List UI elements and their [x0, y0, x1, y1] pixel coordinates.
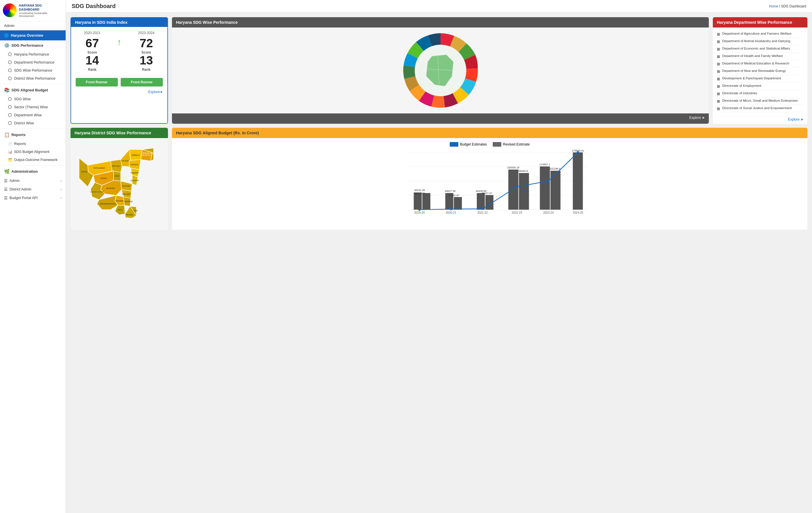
dept-list-item[interactable]: ▦Department of Medical Education & Resea… [717, 60, 804, 68]
sidebar-label-budget-align: SDG Budget Alignment [14, 150, 49, 154]
radio-dept-wise [8, 113, 12, 117]
svg-text:KARNAL: KARNAL [131, 163, 139, 165]
sidebar-item-sdg-wise[interactable]: SDG Wise [0, 95, 66, 103]
svg-rect-61 [454, 197, 462, 210]
svg-text:YAMUNA-NAGAR: YAMUNA-NAGAR [142, 152, 157, 154]
svg-text:MAHENDRAGARH: MAHENDRAGARH [100, 203, 116, 205]
svg-text:NUH: NUH [118, 209, 122, 211]
sidebar-item-dept-wise[interactable]: Department Wise [0, 111, 66, 119]
dept-list-item[interactable]: ▦Department of Agriculture and Farmers W… [717, 30, 804, 38]
svg-text:CHARKHI DADRI: CHARKHI DADRI [90, 191, 104, 193]
sidebar-item-district-wise-b[interactable]: District Wise [0, 119, 66, 127]
dept-item-icon: ▦ [717, 107, 720, 111]
radio-sdg-wise [8, 68, 12, 72]
sidebar-item-budget-portal[interactable]: ☰ Budget Portal API ‹ [0, 193, 66, 202]
svg-rect-70 [509, 170, 519, 210]
dept-item-label: Department of Animal Husbandry and Dairy… [722, 39, 790, 43]
breadcrumb-home[interactable]: Home [769, 4, 778, 8]
svg-text:2019-20: 2019-20 [414, 211, 425, 214]
dept-item-icon: ▦ [717, 77, 720, 81]
dept-list-item[interactable]: ▦Directorate of Industries [717, 90, 804, 97]
svg-text:KAITHAL: KAITHAL [112, 165, 120, 167]
logo-subtitle: Accelerating Sustainable Development [19, 12, 63, 18]
sidebar-item-sector-wise[interactable]: Sector (Theme) Wise [0, 103, 66, 111]
svg-rect-75 [540, 167, 550, 210]
dept-list-item[interactable]: ▦Department of Animal Husbandry and Dair… [717, 38, 804, 45]
sidebar-item-district-admin[interactable]: ☰ District Admin ‹ [0, 185, 66, 193]
svg-point-85 [482, 208, 484, 210]
sidebar-item-district-wise-performance[interactable]: District Wise Performance [0, 74, 66, 83]
dept-item-label: Directorate of Social Justice and Empowe… [722, 106, 792, 110]
dept-item-icon: ▦ [717, 92, 720, 96]
sdg-perf-icon: ⚙️ [4, 43, 10, 48]
radio-district-wise [8, 77, 12, 80]
svg-text:JHAJJAR: JHAJJAR [122, 193, 130, 195]
admin-label: Admin [0, 21, 66, 30]
dept-explore-text: Explore [788, 117, 800, 121]
sidebar-item-department-performance[interactable]: Department Performance [0, 58, 66, 66]
dept-item-icon: ▦ [717, 62, 720, 66]
dept-item-label: Directorate of Industries [722, 91, 757, 95]
sidebar-label-budget-portal: Budget Portal API [9, 196, 38, 200]
rank-2023: 13 [138, 54, 154, 66]
sdg-wise-card: Haryana SDG Wise Performance [172, 17, 709, 124]
front-runner-btn-2[interactable]: Front Runner [121, 78, 163, 87]
sidebar: HARYANA SDG DASHBOARD Accelerating Susta… [0, 0, 66, 513]
sidebar-item-sdg-wise-performance[interactable]: SDG Wise Performance [0, 66, 66, 74]
sdg-explore-link[interactable]: Explore ➤ [172, 114, 709, 122]
page-title: SDG Dashboard [71, 3, 116, 9]
sidebar-label-haryana-perf: Haryana Performance [14, 53, 49, 56]
svg-text:PANIPAT: PANIPAT [131, 172, 139, 174]
sdg-budget-label: SDG Aligned Budget [11, 88, 48, 92]
dept-list-item[interactable]: ▦Directorate of Employment [717, 83, 804, 90]
svg-rect-80 [573, 152, 583, 210]
dept-item-icon: ▦ [717, 32, 720, 36]
score-2023: 72 [138, 37, 154, 49]
india-explore-text: Explore [148, 90, 160, 94]
dept-list-item[interactable]: ▦Directorate of Micro, Small and Medium … [717, 97, 804, 105]
dept-list-item[interactable]: ▦Development & Panchayats Department [717, 75, 804, 83]
sidebar-label-dept-wise: Department Wise [14, 113, 42, 117]
dept-list-item[interactable]: ▦Department of Economic and Statistical … [717, 45, 804, 53]
sidebar-item-admin[interactable]: ☰ Admin ‹ [0, 176, 66, 185]
admin-chevron-icon: ‹ [60, 179, 62, 182]
budget-area: Budget Estimates Revised Estimate [172, 138, 807, 230]
dept-item-label: Department of Economic and Statistical A… [722, 47, 790, 50]
breadcrumb: Home / SDG Dashboard [769, 4, 806, 8]
sidebar-item-output-outcome[interactable]: 🗂️ Output-Outcome Framework [0, 156, 66, 164]
dept-item-icon: ▦ [717, 39, 720, 43]
sidebar-item-reports[interactable]: 📄 Reports [0, 140, 66, 148]
svg-text:FATEHABAD: FATEHABAD [93, 167, 105, 169]
svg-text:BHIWANI: BHIWANI [106, 187, 115, 189]
arrow-up-icon: ↑ [117, 37, 121, 47]
sidebar-item-haryana-performance[interactable]: Haryana Performance [0, 51, 66, 58]
district-sdg-card: Haryana District SDG Wise Performance PA… [70, 128, 168, 230]
dept-item-label: Department of Agriculture and Farmers We… [722, 32, 791, 35]
svg-point-83 [418, 209, 421, 211]
sidebar-label-sdg-wise: SDG Wise Performance [14, 68, 52, 72]
svg-text:96640.8: 96640.8 [519, 170, 528, 173]
sidebar-label-district-wise: District Wise Performance [14, 77, 55, 81]
sidebar-label-sdg-wise-b: SDG Wise [14, 97, 31, 101]
dept-list-item[interactable]: ▦Directorate of Social Justice and Empow… [717, 105, 804, 112]
front-runner-btn-1[interactable]: Front Runner [76, 78, 118, 87]
dept-item-icon: ▦ [717, 99, 720, 103]
dept-item-label: Directorate of Micro, Small and Medium E… [722, 99, 798, 102]
haryana-overview-label: Haryana Overview [11, 33, 43, 37]
india-scores: 2020-2021 67 Score 14 Rank ↑ 2023-2024 7… [76, 31, 163, 71]
district-admin-chevron-icon: ‹ [60, 188, 62, 191]
india-explore-link[interactable]: Explore ➤ [76, 90, 163, 94]
budget-legend: Budget Estimates Revised Estimate [176, 142, 804, 147]
dept-wise-header: Haryana Department Wise Performance [713, 17, 807, 28]
sdg-performance-label: SDG Performance [11, 43, 43, 48]
dept-explore-link[interactable]: Explore ➤ [713, 115, 807, 124]
dept-item-label: Directorate of Employment [722, 84, 761, 87]
year-2020: 2020-2021 [84, 31, 100, 35]
sidebar-label-output: Output-Outcome Framework [14, 158, 58, 162]
haryana-overview-item[interactable]: 🌐 Haryana Overview [0, 30, 66, 40]
dept-list-item[interactable]: ▦Department of New and Renewable Energy [717, 68, 804, 75]
rank-2020: 14 [84, 54, 100, 66]
reports-icon: 📋 [4, 132, 10, 138]
dept-list-item[interactable]: ▦Department of Health and Family Welfare [717, 53, 804, 60]
sidebar-item-sdg-budget-alignment[interactable]: 📊 SDG Budget Alignment [0, 148, 66, 156]
